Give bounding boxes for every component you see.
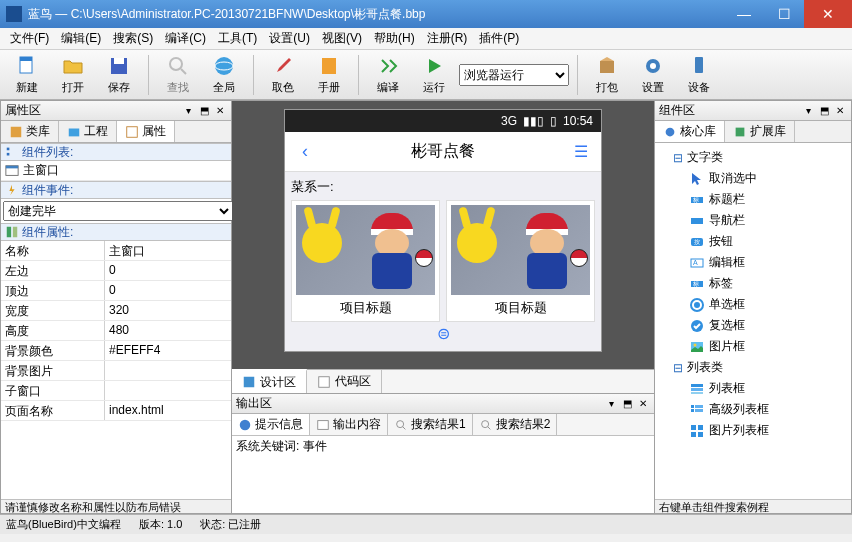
tree-item-imglist[interactable]: 图片列表框 (659, 420, 847, 441)
tree-item-label[interactable]: 标标签 (659, 273, 847, 294)
svg-point-42 (694, 302, 700, 308)
menu-help[interactable]: 帮助(H) (368, 30, 421, 47)
prop-row-width[interactable]: 宽度320 (1, 301, 231, 321)
left-panel: 属性区 ▾⬒✕ 类库 工程 属性 组件列表: 主窗口 组件事件: 创建完毕 组件… (0, 100, 232, 514)
tree-item-button[interactable]: 按按钮 (659, 231, 847, 252)
svg-point-45 (694, 343, 697, 346)
prop-row-bgimage[interactable]: 背景图片 (1, 361, 231, 381)
tree-item-advlist[interactable]: 高级列表框 (659, 399, 847, 420)
pin-icon[interactable]: ⬒ (817, 105, 831, 116)
book-icon (317, 54, 341, 78)
card-title: 项目标题 (451, 295, 590, 317)
back-icon[interactable]: ‹ (285, 141, 325, 162)
pack-button[interactable]: 打包 (586, 54, 628, 95)
device-button[interactable]: 设备 (678, 54, 720, 95)
card-item[interactable]: 项目标题 (446, 200, 595, 322)
prop-row-name[interactable]: 名称主窗口 (1, 241, 231, 261)
tree-cat-text[interactable]: ⊟文字类 (659, 147, 847, 168)
tree-item-titlebar[interactable]: 标标题栏 (659, 189, 847, 210)
close-icon[interactable]: ✕ (213, 105, 227, 116)
tree-item-navbar[interactable]: 导航栏 (659, 210, 847, 231)
tab-library[interactable]: 类库 (1, 121, 59, 142)
close-button[interactable]: ✕ (804, 0, 852, 28)
compile-icon (376, 54, 400, 78)
menu-register[interactable]: 注册(R) (421, 30, 474, 47)
main-area: 属性区 ▾⬒✕ 类库 工程 属性 组件列表: 主窗口 组件事件: 创建完毕 组件… (0, 100, 852, 514)
tab-properties[interactable]: 属性 (117, 121, 175, 142)
tab-project[interactable]: 工程 (59, 121, 117, 142)
svg-point-26 (397, 420, 404, 427)
menu-settings[interactable]: 设置(U) (263, 30, 316, 47)
tree-item-listbox[interactable]: 列表框 (659, 378, 847, 399)
prop-row-top[interactable]: 顶边0 (1, 281, 231, 301)
maximize-button[interactable]: ☐ (764, 0, 804, 28)
window-icon (5, 164, 19, 178)
tree-item-checkbox[interactable]: 复选框 (659, 315, 847, 336)
manual-button[interactable]: 手册 (308, 54, 350, 95)
eyedropper-icon (271, 54, 295, 78)
tree-item-deselect[interactable]: 取消选中 (659, 168, 847, 189)
prop-row-subwin[interactable]: 子窗口 (1, 381, 231, 401)
pin-icon[interactable]: ⬒ (197, 105, 211, 116)
svg-line-29 (487, 426, 490, 429)
close-icon[interactable]: ✕ (833, 105, 847, 116)
svg-rect-9 (600, 61, 614, 73)
output-tabs: 提示信息 输出内容 搜索结果1 搜索结果2 (232, 414, 654, 436)
svg-rect-17 (7, 153, 10, 156)
run-button[interactable]: 运行 (413, 54, 455, 95)
tab-ext[interactable]: 扩展库 (725, 121, 795, 142)
phone-preview[interactable]: 3G ▮▮▯ ▯ 10:54 ‹ 彬哥点餐 ☰ 菜系一: 项目标题 (284, 109, 602, 352)
code-icon (317, 375, 331, 389)
open-button[interactable]: 打开 (52, 54, 94, 95)
minimize-button[interactable]: — (724, 0, 764, 28)
tree-item-edit[interactable]: A编辑框 (659, 252, 847, 273)
tree-item-radio[interactable]: 单选框 (659, 294, 847, 315)
package-icon (595, 54, 619, 78)
card-item[interactable]: 项目标题 (291, 200, 440, 322)
tab-core[interactable]: 核心库 (655, 121, 725, 142)
dropdown-icon[interactable]: ▾ (801, 105, 815, 116)
menu-compile[interactable]: 编译(C) (159, 30, 212, 47)
separator (148, 55, 149, 95)
run-mode-select[interactable]: 浏览器运行 (459, 64, 569, 86)
prop-row-left[interactable]: 左边0 (1, 261, 231, 281)
color-button[interactable]: 取色 (262, 54, 304, 95)
close-icon[interactable]: ✕ (636, 398, 650, 409)
complist-item-mainwin[interactable]: 主窗口 (1, 161, 231, 181)
outtab-content[interactable]: 输出内容 (310, 414, 388, 435)
new-button[interactable]: 新建 (6, 54, 48, 95)
menu-plugin[interactable]: 插件(P) (473, 30, 525, 47)
svg-rect-55 (691, 432, 696, 437)
left-hint: 请谨慎修改名称和属性以防布局错误 (1, 499, 231, 513)
settings-button[interactable]: 设置 (632, 54, 674, 95)
outtab-hint[interactable]: 提示信息 (232, 414, 310, 435)
dropdown-icon[interactable]: ▾ (604, 398, 618, 409)
signal-bars-icon: ▮▮▯ (523, 114, 544, 128)
menu-edit[interactable]: 编辑(E) (55, 30, 107, 47)
library-icon (9, 125, 23, 139)
outtab-result1[interactable]: 搜索结果1 (388, 414, 473, 435)
menu-icon[interactable]: ☰ (561, 142, 601, 161)
tree-cat-list[interactable]: ⊟列表类 (659, 357, 847, 378)
design-canvas[interactable]: 3G ▮▮▯ ▯ 10:54 ‹ 彬哥点餐 ☰ 菜系一: 项目标题 (232, 101, 654, 369)
outtab-result2[interactable]: 搜索结果2 (473, 414, 558, 435)
find-button[interactable]: 查找 (157, 54, 199, 95)
tab-design[interactable]: 设计区 (232, 369, 307, 393)
menu-search[interactable]: 搜索(S) (107, 30, 159, 47)
dropdown-icon[interactable]: ▾ (181, 105, 195, 116)
tab-code[interactable]: 代码区 (307, 370, 382, 393)
save-button[interactable]: 保存 (98, 54, 140, 95)
pin-icon[interactable]: ⬒ (620, 398, 634, 409)
prop-row-bgcolor[interactable]: 背景颜色#EFEFF4 (1, 341, 231, 361)
menu-tools[interactable]: 工具(T) (212, 30, 263, 47)
global-button[interactable]: 全局 (203, 54, 245, 95)
compile-button[interactable]: 编译 (367, 54, 409, 95)
tree-item-imagebox[interactable]: 图片框 (659, 336, 847, 357)
device-icon (687, 54, 711, 78)
svg-rect-20 (7, 227, 11, 238)
event-select[interactable]: 创建完毕 (3, 201, 233, 221)
prop-row-pagename[interactable]: 页面名称index.html (1, 401, 231, 421)
prop-row-height[interactable]: 高度480 (1, 321, 231, 341)
menu-view[interactable]: 视图(V) (316, 30, 368, 47)
menu-file[interactable]: 文件(F) (4, 30, 55, 47)
